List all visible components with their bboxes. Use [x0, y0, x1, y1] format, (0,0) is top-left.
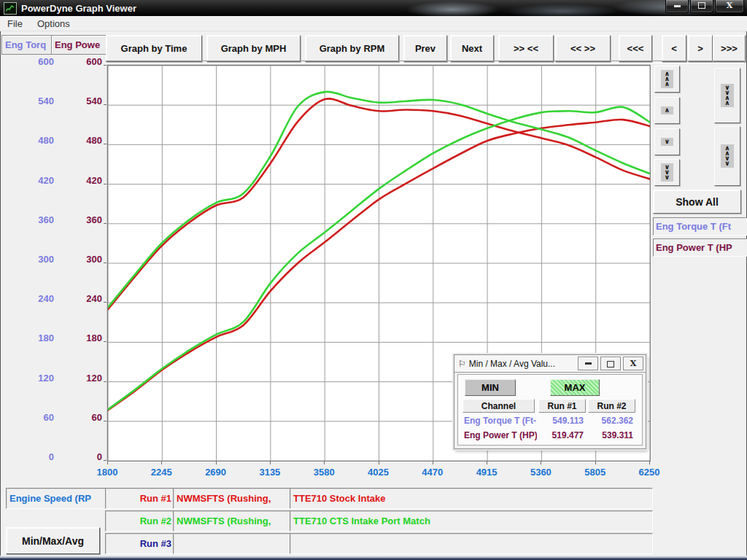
power-ytick-300: 300: [61, 254, 102, 265]
collapse-vertical-button[interactable]: ∨∨∧∧: [714, 68, 740, 123]
channel-column-header: Channel: [462, 399, 535, 413]
minimize-icon: [674, 5, 681, 7]
restore-icon: [698, 2, 705, 9]
minmax-close-button[interactable]: X: [623, 357, 643, 370]
minmax-window-icon: ⚐: [458, 359, 466, 369]
toolbar-button-btn[interactable]: <<<: [619, 35, 652, 62]
minmax-channel-1: Eng Power T (HP): [464, 430, 537, 440]
x-tickmark: [270, 461, 271, 464]
toolbar-button-btn[interactable]: >> <<: [498, 35, 554, 62]
expand-vertical-button[interactable]: ∧∧∨∨: [714, 126, 740, 186]
toolbar-button-btn[interactable]: <: [662, 35, 686, 62]
close-button[interactable]: X: [715, 0, 744, 13]
x-tickmark: [107, 461, 108, 464]
x-tickmark: [161, 461, 162, 464]
restore-button[interactable]: [690, 0, 713, 13]
window-controls: X: [665, 0, 744, 13]
minmax-run1-value-1: 519.477: [537, 430, 584, 440]
restore-icon: [607, 361, 614, 368]
power-ytick-120: 120: [61, 373, 102, 384]
app-window: PowerDyne Graph Viewer X FileOptions Eng…: [0, 0, 747, 560]
toolbar-separator: [106, 61, 744, 63]
axis-tab-eng-torq[interactable]: Eng Torq: [1, 35, 54, 55]
axis-tab-eng-powe[interactable]: Eng Powe: [51, 35, 107, 55]
torque-ytick-240: 240: [13, 293, 54, 304]
power-ytick-240: 240: [61, 293, 102, 304]
power-ytick-540: 540: [61, 96, 102, 106]
torque-channel-text: Eng Torque T (Ft: [656, 221, 731, 232]
minmax-channel-0: Eng Torque T (Ft-: [464, 416, 537, 426]
expand-vertical-icon: ∧∧∨∨: [721, 144, 733, 168]
x-tick-4025: 4025: [357, 467, 400, 478]
x-tickmark: [379, 461, 379, 464]
torque-ytick-600: 600: [13, 56, 54, 67]
torque-ytick-420: 420: [13, 175, 54, 186]
toolbar-button-btn[interactable]: << >>: [555, 35, 611, 62]
run-3-title-field[interactable]: [290, 533, 653, 554]
minmaxavg-button[interactable]: Min/Max/Avg: [6, 527, 100, 554]
toolbar-button-graph-by-mph[interactable]: Graph by MPH: [206, 35, 301, 62]
minmax-run2-value-1: 539.311: [587, 430, 633, 440]
minmax-minimize-button[interactable]: [578, 357, 598, 370]
menu-bar: FileOptions: [0, 16, 747, 31]
show-all-button[interactable]: Show All: [653, 190, 741, 214]
run-2-description-field[interactable]: NWMSFTS (Rushing,: [173, 510, 292, 532]
x-tick-5805: 5805: [573, 467, 617, 478]
triple-chevron-down-button[interactable]: ∨∨∨: [654, 159, 680, 186]
minimize-button[interactable]: [665, 0, 689, 13]
minmax-title-bar[interactable]: ⚐ Min / Max / Avg Valu... X: [454, 355, 646, 373]
min-toggle-button[interactable]: MIN: [465, 379, 516, 396]
toolbar-button-next[interactable]: Next: [450, 35, 494, 62]
run-1-title-field[interactable]: TTE710 Stock Intake: [290, 488, 653, 509]
power-channel-text: Eng Power T (HP: [656, 242, 732, 253]
x-tickmark: [595, 461, 596, 464]
minmax-run2-value-0: 562.362: [587, 416, 633, 426]
run1-column-header: Run #1: [538, 399, 586, 413]
x-tick-4470: 4470: [411, 467, 454, 478]
menu-file[interactable]: File: [0, 18, 30, 29]
torque-ytick-120: 120: [13, 373, 54, 384]
close-icon: X: [630, 359, 637, 368]
x-tickmark: [324, 461, 325, 464]
torque-ytick-60: 60: [13, 412, 54, 423]
toolbar-button-btn[interactable]: >>>: [713, 35, 746, 62]
menu-options[interactable]: Options: [30, 18, 77, 29]
chevron-up-icon: ∧: [661, 106, 673, 114]
x-tickmark: [433, 461, 433, 464]
power-ytick-600: 600: [61, 56, 102, 67]
toolbar-button-prev[interactable]: Prev: [403, 35, 447, 62]
window-title: PowerDyne Graph Viewer: [21, 3, 136, 14]
window-bottom-border: [0, 556, 747, 560]
power-ytick-480: 480: [61, 135, 102, 146]
x-axis-channel-text: Engine Speed (RP: [9, 493, 91, 504]
run-3-description-field[interactable]: [173, 533, 292, 554]
run-2-title-field[interactable]: TTE710 CTS Intake Port Match: [290, 510, 653, 532]
minmax-values-window[interactable]: ⚐ Min / Max / Avg Valu... X MIN MAX Chan…: [454, 354, 646, 449]
run-label-2: Run #2: [105, 510, 177, 532]
toolbar-button-graph-by-rpm[interactable]: Graph by RPM: [305, 35, 399, 62]
triple-chevron-down-icon: ∨∨∨: [661, 163, 673, 182]
run2-column-header: Run #2: [588, 399, 635, 413]
power-ytick-60: 60: [61, 412, 102, 423]
x-tick-3135: 3135: [248, 467, 292, 478]
toolbar-button-btn[interactable]: >: [688, 35, 713, 62]
toolbar-button-graph-by-time[interactable]: Graph by Time: [106, 35, 202, 62]
power-ytick-420: 420: [61, 175, 102, 186]
run-1-description-field[interactable]: NWMSFTS (Rushing,: [173, 488, 292, 509]
chevron-down-button[interactable]: ∨: [654, 128, 680, 155]
title-bar: PowerDyne Graph Viewer X: [0, 0, 747, 16]
torque-ytick-540: 540: [13, 96, 54, 106]
minmax-restore-button[interactable]: [600, 357, 621, 370]
x-tick-5360: 5360: [519, 467, 562, 478]
minmax-window-title: Min / Max / Avg Valu...: [469, 359, 578, 369]
collapse-vertical-icon: ∨∨∧∧: [721, 84, 733, 107]
x-tickmark: [541, 461, 541, 464]
x-tickmark: [487, 461, 487, 464]
torque-ytick-360: 360: [13, 214, 54, 225]
power-ytick-360: 360: [61, 214, 102, 225]
chevron-up-button[interactable]: ∧: [654, 97, 680, 124]
max-toggle-button[interactable]: MAX: [550, 379, 600, 396]
x-tick-2245: 2245: [139, 467, 183, 478]
minimize-icon: [585, 362, 592, 365]
triple-chevron-up-button[interactable]: ∧∧∧: [654, 66, 680, 93]
